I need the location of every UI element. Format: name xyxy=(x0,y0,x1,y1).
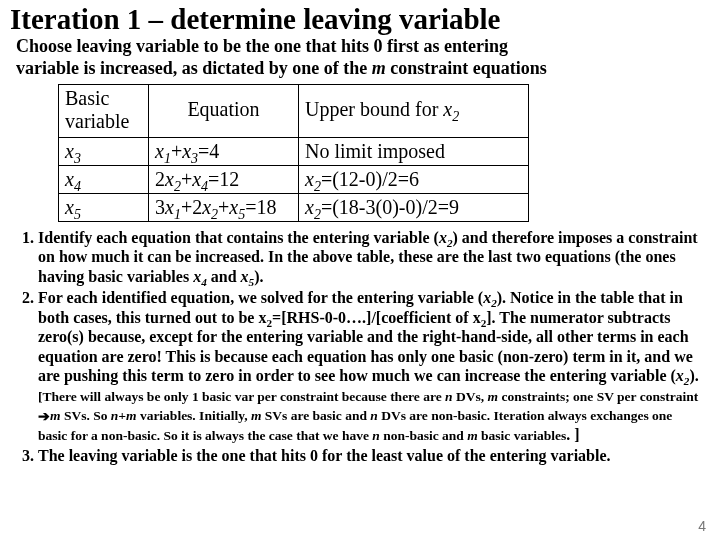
arrow-icon: ➔ xyxy=(38,408,50,426)
subtitle-line2a: variable is increased, as dictated by on… xyxy=(16,58,372,78)
header-text: Upper bound for xyxy=(305,98,443,120)
cell-basic-var: x3 xyxy=(59,137,149,165)
header-var: x2 xyxy=(443,98,459,120)
list-item: Identify each equation that contains the… xyxy=(38,228,702,287)
cell-bound: No limit imposed xyxy=(299,137,529,165)
header-text: Basic xyxy=(65,87,109,109)
list-item: For each identified equation, we solved … xyxy=(38,288,702,444)
header-text: variable xyxy=(65,110,129,132)
table-row: x4 2x2+x4=12 x2=(12-0)/2=6 xyxy=(59,165,529,193)
subtitle-line2b: constraint equations xyxy=(386,58,547,78)
header-equation: Equation xyxy=(149,84,299,137)
cell-bound: x2=(12-0)/2=6 xyxy=(299,165,529,193)
cell-basic-var: x5 xyxy=(59,193,149,221)
slide-title: Iteration 1 – determine leaving variable xyxy=(10,4,710,34)
header-upper-bound: Upper bound for x2 xyxy=(299,84,529,137)
table-row: x5 3x1+2x2+x5=18 x2=(18-3(0)-0)/2=9 xyxy=(59,193,529,221)
table-header-row: Basic variable Equation Upper bound for … xyxy=(59,84,529,137)
cell-equation: x1+x3=4 xyxy=(149,137,299,165)
table-row: x3 x1+x3=4 No limit imposed xyxy=(59,137,529,165)
cell-equation: 2x2+x4=12 xyxy=(149,165,299,193)
list-item: The leaving variable is the one that hit… xyxy=(38,446,702,466)
cell-bound: x2=(18-3(0)-0)/2=9 xyxy=(299,193,529,221)
subtitle-line1: Choose leaving variable to be the one th… xyxy=(16,36,508,56)
slide-subtitle: Choose leaving variable to be the one th… xyxy=(16,36,710,79)
header-basic-variable: Basic variable xyxy=(59,84,149,137)
constraints-table: Basic variable Equation Upper bound for … xyxy=(58,84,529,222)
page-number: 4 xyxy=(698,518,706,534)
steps-list: Identify each equation that contains the… xyxy=(38,228,702,466)
cell-basic-var: x4 xyxy=(59,165,149,193)
subtitle-m: m xyxy=(372,58,386,78)
bracket-note: [There will always be only 1 basic var p… xyxy=(38,389,698,443)
cell-equation: 3x1+2x2+x5=18 xyxy=(149,193,299,221)
